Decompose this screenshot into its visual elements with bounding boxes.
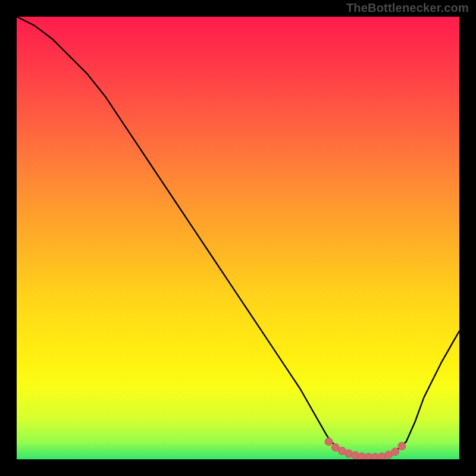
marker-group [325, 438, 406, 459]
chart-svg [17, 17, 459, 459]
plot-frame [17, 17, 459, 459]
marker-point [398, 442, 406, 450]
watermark-text: TheBottlenecker.com [346, 1, 469, 15]
marker-point [392, 448, 399, 456]
chart-container: TheBottlenecker.com [0, 0, 476, 476]
bottleneck-curve [17, 17, 459, 457]
marker-point [325, 438, 333, 446]
